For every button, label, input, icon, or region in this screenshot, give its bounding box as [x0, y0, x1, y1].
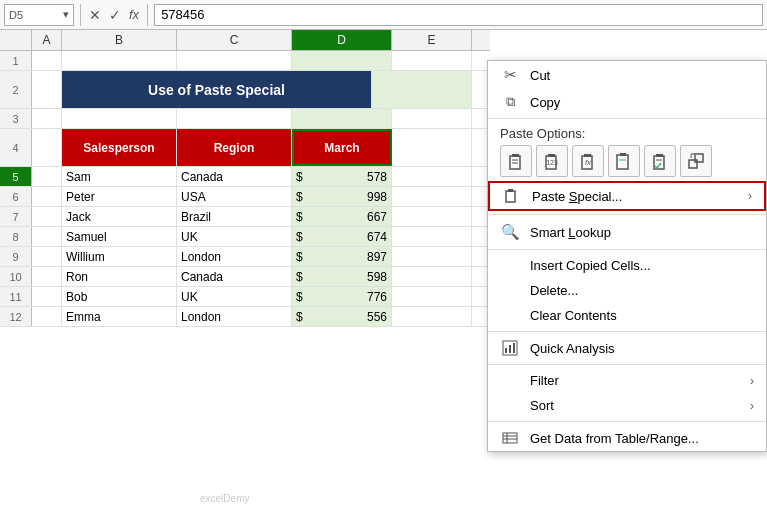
sort-menu-item[interactable]: Sort › [488, 393, 766, 418]
filter-label: Filter [530, 373, 740, 388]
cell-region-9[interactable]: London [177, 247, 292, 266]
cell-e11[interactable] [392, 287, 472, 306]
cell-region-5[interactable]: Canada [177, 167, 292, 186]
cell-march-5[interactable]: $ 578 [292, 167, 392, 186]
cell-c1[interactable] [177, 51, 292, 70]
cell-name-7[interactable]: Jack [62, 207, 177, 226]
row-number: 12 [0, 307, 32, 326]
paste-btn-6[interactable] [680, 145, 712, 177]
salesperson-header: Salesperson [83, 141, 154, 155]
cell-region-8[interactable]: UK [177, 227, 292, 246]
cell-a12[interactable] [32, 307, 62, 326]
cell-c3[interactable] [177, 109, 292, 128]
cell-e3[interactable] [392, 109, 472, 128]
paste-btn-4[interactable] [608, 145, 640, 177]
table-row: 6 Peter USA $ 998 [0, 187, 490, 207]
paste-btn-2[interactable]: 123 [536, 145, 568, 177]
get-data-menu-item[interactable]: Get Data from Table/Range... [488, 425, 766, 451]
paste-special-menu-item[interactable]: Paste Special... › [488, 181, 766, 211]
cell-region-7[interactable]: Brazil [177, 207, 292, 226]
insert-copied-menu-item[interactable]: Insert Copied Cells... [488, 253, 766, 278]
cell-a7[interactable] [32, 207, 62, 226]
cell-march-header[interactable]: March [292, 129, 392, 166]
cell-a1[interactable] [32, 51, 62, 70]
cut-label: Cut [530, 68, 754, 83]
fx-icon[interactable]: fx [127, 5, 141, 24]
cell-march-6[interactable]: $ 998 [292, 187, 392, 206]
cell-a4[interactable] [32, 129, 62, 166]
cell-a11[interactable] [32, 287, 62, 306]
col-header-d[interactable]: D [292, 30, 392, 50]
col-header-a[interactable]: A [32, 30, 62, 50]
cell-region-6[interactable]: USA [177, 187, 292, 206]
menu-divider3 [488, 249, 766, 250]
cell-d3[interactable] [292, 109, 392, 128]
delete-menu-item[interactable]: Delete... [488, 278, 766, 303]
cut-menu-item[interactable]: ✂ Cut [488, 61, 766, 89]
col-header-e[interactable]: E [392, 30, 472, 50]
cell-b3[interactable] [62, 109, 177, 128]
paste-btn-5[interactable] [644, 145, 676, 177]
cell-e6[interactable] [392, 187, 472, 206]
row-number: 4 [0, 129, 32, 166]
row-number: 11 [0, 287, 32, 306]
cell-a2[interactable] [32, 71, 62, 108]
cell-e9[interactable] [392, 247, 472, 266]
cell-march-11[interactable]: $ 776 [292, 287, 392, 306]
cell-region-11[interactable]: UK [177, 287, 292, 306]
cell-march-10[interactable]: $ 598 [292, 267, 392, 286]
cell-e8[interactable] [392, 227, 472, 246]
cell-region-10[interactable]: Canada [177, 267, 292, 286]
cell-name-6[interactable]: Peter [62, 187, 177, 206]
cell-e4[interactable] [392, 129, 472, 166]
check-icon[interactable]: ✓ [107, 5, 123, 25]
cell-e1[interactable] [392, 51, 472, 70]
title-text: Use of Paste Special [148, 82, 285, 98]
cell-a6[interactable] [32, 187, 62, 206]
cell-a9[interactable] [32, 247, 62, 266]
paste-btn-1[interactable] [500, 145, 532, 177]
svg-rect-22 [509, 345, 511, 353]
cell-reference-box[interactable]: D5 ▾ [4, 4, 74, 26]
col-header-b[interactable]: B [62, 30, 177, 50]
cell-a8[interactable] [32, 227, 62, 246]
col-header-c[interactable]: C [177, 30, 292, 50]
formula-input[interactable] [154, 4, 763, 26]
smart-lookup-icon: 🔍 [500, 223, 520, 241]
table-row: 10 Ron Canada $ 598 [0, 267, 490, 287]
cell-e10[interactable] [392, 267, 472, 286]
cell-name-9[interactable]: Willium [62, 247, 177, 266]
menu-divider5 [488, 364, 766, 365]
quick-analysis-menu-item[interactable]: Quick Analysis [488, 335, 766, 361]
cell-march-8[interactable]: $ 674 [292, 227, 392, 246]
cell-name-11[interactable]: Bob [62, 287, 177, 306]
cell-a5[interactable] [32, 167, 62, 186]
filter-menu-item[interactable]: Filter › [488, 368, 766, 393]
cell-d2[interactable] [372, 71, 472, 108]
cell-name-12[interactable]: Emma [62, 307, 177, 326]
svg-text:fx: fx [585, 158, 592, 167]
cell-region-header[interactable]: Region [177, 129, 292, 166]
cell-e5[interactable] [392, 167, 472, 186]
clear-contents-menu-item[interactable]: Clear Contents [488, 303, 766, 328]
paste-btn-3[interactable]: fx [572, 145, 604, 177]
cell-region-12[interactable]: London [177, 307, 292, 326]
cell-name-10[interactable]: Ron [62, 267, 177, 286]
cell-d1[interactable] [292, 51, 392, 70]
cell-march-12[interactable]: $ 556 [292, 307, 392, 326]
copy-menu-item[interactable]: ⧉ Copy [488, 89, 766, 115]
cell-march-7[interactable]: $ 667 [292, 207, 392, 226]
smart-lookup-menu-item[interactable]: 🔍 Smart Lookup [488, 218, 766, 246]
svg-rect-14 [656, 154, 663, 157]
cell-march-9[interactable]: $ 897 [292, 247, 392, 266]
cell-title[interactable]: Use of Paste Special [62, 71, 372, 108]
cell-salesperson-header[interactable]: Salesperson [62, 129, 177, 166]
cell-e7[interactable] [392, 207, 472, 226]
cell-name-5[interactable]: Sam [62, 167, 177, 186]
cell-e12[interactable] [392, 307, 472, 326]
cell-a10[interactable] [32, 267, 62, 286]
cancel-icon[interactable]: ✕ [87, 5, 103, 25]
cell-a3[interactable] [32, 109, 62, 128]
cell-name-8[interactable]: Samuel [62, 227, 177, 246]
cell-b1[interactable] [62, 51, 177, 70]
